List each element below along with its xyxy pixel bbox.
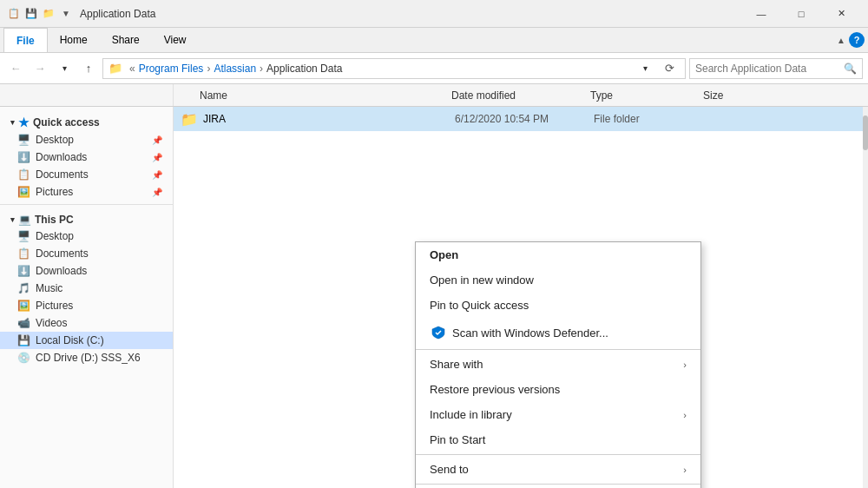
sidebar-item-documents-pc[interactable]: 📋 Documents <box>0 245 173 262</box>
folder-icon: 📁 <box>181 111 198 128</box>
col-header-name[interactable]: Name <box>174 84 451 106</box>
sidebar-item-label: Desktop <box>36 230 74 242</box>
main-layout: ▾ ★ Quick access 🖥️ Desktop 📌 ⬇️ Downloa… <box>0 107 868 488</box>
ctx-scan-content: Scan with Windows Defender... <box>430 324 687 341</box>
tab-share[interactable]: Share <box>100 28 152 52</box>
pictures-pc-icon: 🖼️ <box>17 300 30 312</box>
col-header-type[interactable]: Type <box>590 84 703 106</box>
ctx-include-library[interactable]: Include in library › <box>416 402 700 427</box>
tab-home[interactable]: Home <box>48 28 100 52</box>
recent-locations-button[interactable]: ▾ <box>54 58 75 79</box>
sidebar-item-label: Music <box>36 282 62 294</box>
quick-access-label: Quick access <box>33 116 100 129</box>
sidebar-item-downloads-quick[interactable]: ⬇️ Downloads 📌 <box>0 148 173 166</box>
address-bar: ← → ▾ ↑ 📁 « Program Files › Atlassian › … <box>0 53 868 84</box>
ctx-share-arrow: › <box>683 359 687 370</box>
sidebar-item-pictures-quick[interactable]: 🖼️ Pictures 📌 <box>0 183 173 201</box>
ctx-open-new-window[interactable]: Open in new window <box>416 267 700 293</box>
expand-breadcrumb-button[interactable]: ▾ <box>635 58 655 79</box>
window-controls: — □ ✕ <box>741 0 861 28</box>
sidebar-item-documents-quick[interactable]: 📋 Documents 📌 <box>0 166 173 183</box>
tb-icon-1: 📋 <box>7 7 21 21</box>
maximize-button[interactable]: □ <box>781 0 821 28</box>
tab-view[interactable]: View <box>152 28 199 52</box>
breadcrumb-program-files[interactable]: Program Files <box>139 63 204 75</box>
tb-icon-3: 📁 <box>42 7 56 21</box>
desktop-pc-icon: 🖥️ <box>17 230 30 242</box>
ctx-share-with[interactable]: Share with › <box>416 352 700 377</box>
breadcrumb-arrow-1: › <box>207 63 210 75</box>
ctx-pin-quick-label: Pin to Quick access <box>430 299 529 312</box>
defender-icon <box>430 324 447 341</box>
ctx-restore-versions[interactable]: Restore previous versions <box>416 377 700 402</box>
up-button[interactable]: ↑ <box>78 58 99 79</box>
breadcrumb-arrow-2: › <box>260 63 263 75</box>
ctx-pin-quick[interactable]: Pin to Quick access <box>416 293 700 318</box>
ctx-open[interactable]: Open <box>416 242 700 267</box>
tb-icon-2: 💾 <box>24 7 38 21</box>
ctx-open-content: Open <box>430 248 687 261</box>
quick-access-header[interactable]: ▾ ★ Quick access <box>0 110 173 131</box>
file-type: File folder <box>594 113 707 125</box>
sidebar-item-downloads-pc[interactable]: ⬇️ Downloads <box>0 262 173 280</box>
ctx-divider-1 <box>416 349 700 350</box>
sidebar-item-label: Documents <box>36 168 89 181</box>
sidebar-item-videos[interactable]: 📹 Videos <box>0 314 173 332</box>
search-input[interactable] <box>695 63 844 75</box>
tab-file[interactable]: File <box>3 28 48 52</box>
breadcrumb-atlassian[interactable]: Atlassian <box>214 63 256 75</box>
ctx-restore-content: Restore previous versions <box>430 383 687 396</box>
refresh-button[interactable]: ⟳ <box>659 58 680 79</box>
ctx-open-label: Open <box>430 248 458 261</box>
sidebar-item-label: Pictures <box>36 186 73 198</box>
help-icon[interactable]: ? <box>849 32 865 48</box>
ctx-library-label: Include in library <box>430 408 512 421</box>
downloads-pc-icon: ⬇️ <box>17 265 30 277</box>
col-header-date[interactable]: Date modified <box>451 84 590 106</box>
sidebar-item-local-disk[interactable]: 💾 Local Disk (C:) <box>0 332 173 349</box>
videos-icon: 📹 <box>17 317 30 329</box>
close-button[interactable]: ✕ <box>821 0 861 28</box>
sidebar-item-desktop-quick[interactable]: 🖥️ Desktop 📌 <box>0 131 173 148</box>
back-button[interactable]: ← <box>5 58 26 79</box>
pin-icon: 📌 <box>152 153 162 162</box>
file-item-jira[interactable]: 📁 JIRA 6/12/2020 10:54 PM File folder <box>174 107 868 131</box>
file-name: JIRA <box>203 113 455 125</box>
forward-button[interactable]: → <box>30 58 50 79</box>
ctx-sendto-label: Send to <box>430 463 469 476</box>
sidebar-item-label: Pictures <box>36 300 73 312</box>
ctx-pin-start[interactable]: Pin to Start <box>416 427 700 452</box>
search-icon[interactable]: 🔍 <box>844 63 857 75</box>
minimize-button[interactable]: — <box>741 0 781 28</box>
ctx-share-label: Share with <box>430 358 483 371</box>
ribbon-expand-icon[interactable]: ▲ <box>837 36 845 45</box>
sidebar-item-label: Desktop <box>36 134 74 146</box>
column-headers: Name Date modified Type Size <box>0 84 868 107</box>
scroll-indicator[interactable] <box>863 107 868 488</box>
sidebar-item-desktop-pc[interactable]: 🖥️ Desktop <box>0 228 173 245</box>
ctx-send-to[interactable]: Send to › <box>416 457 700 482</box>
ctx-library-content: Include in library <box>430 408 683 421</box>
ribbon-tabs: File Home Share View ▲ ? <box>0 28 868 52</box>
scroll-thumb[interactable] <box>863 115 868 150</box>
column-header-row: Name Date modified Type Size <box>174 84 868 106</box>
sidebar-divider-1 <box>0 204 173 205</box>
sidebar-item-label: Documents <box>36 247 89 260</box>
pin-icon: 📌 <box>152 135 162 145</box>
ctx-sendto-arrow: › <box>683 465 687 475</box>
sidebar-item-music[interactable]: 🎵 Music <box>0 280 173 297</box>
ctx-scan-label: Scan with Windows Defender... <box>452 326 608 340</box>
documents-icon: 📋 <box>17 168 30 181</box>
ctx-scan-defender[interactable]: Scan with Windows Defender... <box>416 318 700 347</box>
breadcrumb-current: Application Data <box>266 63 342 75</box>
sidebar-item-label: Downloads <box>36 151 87 163</box>
col-header-size[interactable]: Size <box>703 84 773 106</box>
ctx-pin-start-label: Pin to Start <box>430 433 485 446</box>
sidebar: ▾ ★ Quick access 🖥️ Desktop 📌 ⬇️ Downloa… <box>0 107 174 488</box>
ribbon: File Home Share View ▲ ? <box>0 28 868 53</box>
this-pc-header[interactable]: ▾ 💻 This PC <box>0 208 173 228</box>
title-bar: 📋 💾 📁 ▼ Application Data — □ ✕ <box>0 0 868 28</box>
ctx-library-arrow: › <box>683 410 687 420</box>
sidebar-item-pictures-pc[interactable]: 🖼️ Pictures <box>0 297 173 314</box>
sidebar-item-cd-drive[interactable]: 💿 CD Drive (D:) SSS_X6 <box>0 349 173 366</box>
